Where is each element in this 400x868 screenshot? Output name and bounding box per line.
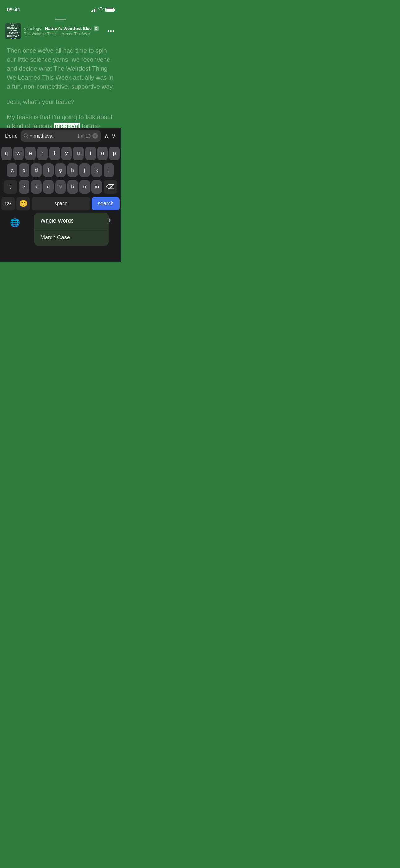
key-z[interactable]: z bbox=[19, 180, 29, 194]
key-n[interactable]: n bbox=[79, 180, 90, 194]
search-bar: Done ▾ medieval 1 of 13 ✕ ∧ ∨ bbox=[0, 128, 121, 144]
battery-icon bbox=[105, 8, 114, 12]
key-q[interactable]: q bbox=[1, 147, 12, 160]
key-p[interactable]: p bbox=[109, 147, 120, 160]
globe-icon[interactable]: 🌐 bbox=[10, 218, 20, 227]
mini-player-info: ychology Nature's Weirdest Slee E The We… bbox=[24, 26, 103, 36]
key-w[interactable]: w bbox=[13, 147, 24, 160]
key-b[interactable]: b bbox=[67, 180, 78, 194]
keyboard-row-4: 123 😊 space search bbox=[1, 197, 120, 211]
clear-icon: ✕ bbox=[94, 134, 97, 138]
key-f[interactable]: f bbox=[43, 163, 54, 177]
album-title: THEWEIRDESTTHING ILEARNEDTHIS WEEK bbox=[7, 24, 19, 37]
mini-player-row-top: ychology Nature's Weirdest Slee E bbox=[24, 26, 103, 31]
key-o[interactable]: o bbox=[97, 147, 108, 160]
key-a[interactable]: a bbox=[7, 163, 18, 177]
key-v[interactable]: v bbox=[55, 180, 66, 194]
podcast-name-part2: Nature's Weirdest Slee bbox=[45, 26, 92, 31]
search-options-dropdown: Whole Words Match Case bbox=[34, 213, 108, 246]
key-k[interactable]: k bbox=[92, 163, 102, 177]
status-time: 09:41 bbox=[7, 7, 20, 13]
key-emoji[interactable]: 😊 bbox=[16, 197, 30, 211]
search-input[interactable]: medieval bbox=[34, 133, 76, 139]
whole-words-option[interactable]: Whole Words bbox=[34, 213, 108, 229]
search-result-count: 1 of 13 bbox=[77, 133, 91, 138]
done-button[interactable]: Done bbox=[5, 133, 18, 139]
album-eye-icon bbox=[10, 38, 16, 39]
wifi-icon bbox=[98, 7, 104, 12]
status-icons bbox=[91, 7, 114, 12]
key-h[interactable]: h bbox=[67, 163, 78, 177]
more-options-button[interactable]: ••• bbox=[106, 26, 116, 36]
keyboard-row-1: q w e r t y u i o p bbox=[1, 147, 120, 160]
mini-player[interactable]: POPULAR SCIENCE THEWEIRDESTTHING ILEARNE… bbox=[0, 22, 121, 40]
podcast-name-part1: ychology bbox=[24, 26, 41, 31]
key-l[interactable]: l bbox=[104, 163, 114, 177]
key-g[interactable]: g bbox=[55, 163, 66, 177]
keyboard-rows: q w e r t y u i o p a s d f g h j k l ⇧ … bbox=[0, 144, 121, 211]
signal-icon bbox=[91, 8, 96, 12]
key-shift[interactable]: ⇧ bbox=[4, 180, 18, 194]
key-space[interactable]: space bbox=[32, 197, 90, 211]
search-input-area[interactable]: ▾ medieval 1 of 13 ✕ bbox=[21, 130, 101, 142]
keyboard-row-3: ⇧ z x c v b n m ⌫ bbox=[1, 180, 120, 194]
key-numbers[interactable]: 123 bbox=[1, 197, 15, 211]
search-prev-button[interactable]: ∧ bbox=[104, 132, 109, 140]
key-i[interactable]: i bbox=[85, 147, 96, 160]
key-s[interactable]: s bbox=[19, 163, 29, 177]
transcript-paragraph-1: Then once we've all had time to spin our… bbox=[7, 46, 114, 91]
mini-player-episode: The Weirdest Thing I Learned This Wee bbox=[24, 32, 103, 36]
key-delete[interactable]: ⌫ bbox=[104, 180, 117, 194]
key-y[interactable]: y bbox=[61, 147, 72, 160]
keyboard-row-2: a s d f g h j k l bbox=[1, 163, 120, 177]
search-clear-button[interactable]: ✕ bbox=[92, 133, 98, 139]
key-u[interactable]: u bbox=[73, 147, 84, 160]
key-x[interactable]: x bbox=[31, 180, 41, 194]
svg-line-1 bbox=[27, 136, 28, 137]
key-j[interactable]: j bbox=[79, 163, 90, 177]
search-icon bbox=[24, 133, 28, 139]
drag-handle-bar bbox=[55, 19, 66, 20]
mini-player-podcast-name: ychology Nature's Weirdest Slee bbox=[24, 26, 92, 31]
transcript-paragraph-2: Jess, what's your tease? bbox=[7, 97, 114, 106]
key-t[interactable]: t bbox=[49, 147, 60, 160]
drag-handle bbox=[0, 16, 121, 22]
key-e[interactable]: e bbox=[25, 147, 36, 160]
key-d[interactable]: d bbox=[31, 163, 41, 177]
search-navigation: ∧ ∨ bbox=[104, 132, 116, 140]
search-button[interactable]: search bbox=[92, 197, 120, 211]
key-m[interactable]: m bbox=[92, 180, 102, 194]
key-r[interactable]: r bbox=[37, 147, 48, 160]
search-next-button[interactable]: ∨ bbox=[111, 132, 116, 140]
status-bar: 09:41 bbox=[0, 0, 121, 16]
match-case-option[interactable]: Match Case bbox=[34, 229, 108, 246]
search-options-chevron[interactable]: ▾ bbox=[30, 134, 32, 138]
e-badge: E bbox=[94, 26, 99, 31]
album-art: POPULAR SCIENCE THEWEIRDESTTHING ILEARNE… bbox=[5, 23, 21, 39]
key-c[interactable]: c bbox=[43, 180, 54, 194]
